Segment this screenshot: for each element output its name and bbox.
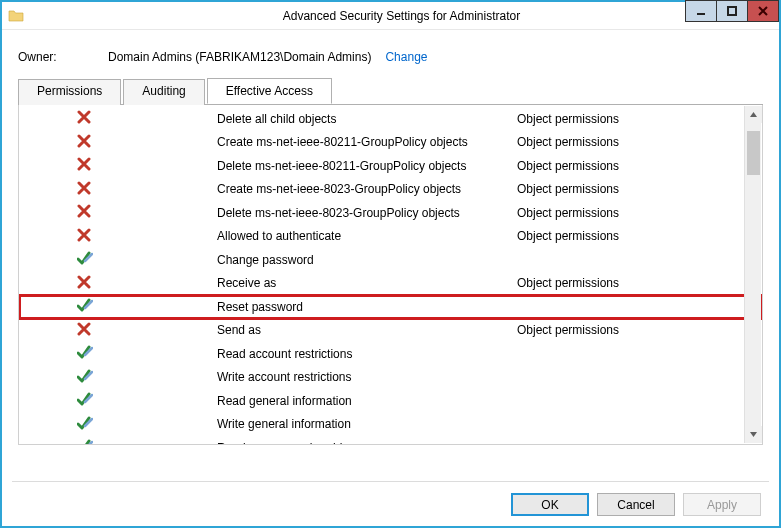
permission-name: Create ms-net-ieee-8023-GroupPolicy obje… [217, 182, 517, 196]
list-row[interactable]: Read general information [19, 389, 762, 413]
apply-button[interactable]: Apply [683, 493, 761, 516]
list-row[interactable]: Create ms-net-ieee-80211-GroupPolicy obj… [19, 131, 762, 155]
deny-icon [77, 110, 91, 127]
deny-icon [77, 181, 91, 198]
deny-icon [77, 228, 91, 245]
minimize-button[interactable] [685, 0, 717, 22]
permission-name: Create ms-net-ieee-80211-GroupPolicy obj… [217, 135, 517, 149]
allow-icon [77, 369, 93, 386]
change-owner-link[interactable]: Change [385, 50, 427, 64]
allow-icon [77, 439, 93, 445]
vertical-scrollbar[interactable] [744, 106, 761, 443]
access-limited-by: Object permissions [517, 182, 717, 196]
content-area: Owner: Domain Admins (FABRIKAM123\Domain… [2, 30, 779, 470]
list-row[interactable]: Delete ms-net-ieee-8023-GroupPolicy obje… [19, 201, 762, 225]
svg-rect-1 [728, 7, 736, 15]
deny-icon [77, 157, 91, 174]
list-row[interactable]: Read account restrictions [19, 342, 762, 366]
permission-name: Delete all child objects [217, 112, 517, 126]
svg-rect-0 [697, 13, 705, 15]
list-row[interactable]: Delete ms-net-ieee-80211-GroupPolicy obj… [19, 154, 762, 178]
scroll-down-button[interactable] [745, 426, 762, 443]
list-row[interactable]: Allowed to authenticateObject permission… [19, 225, 762, 249]
permission-name: Read group membership [217, 441, 517, 445]
window-controls [686, 0, 779, 22]
list-row[interactable]: Read group membership [19, 436, 762, 445]
permission-name: Send as [217, 323, 517, 337]
maximize-button[interactable] [716, 0, 748, 22]
title-bar: Advanced Security Settings for Administr… [2, 2, 779, 30]
permission-name: Write account restrictions [217, 370, 517, 384]
list-row[interactable]: Create ms-net-ieee-8023-GroupPolicy obje… [19, 178, 762, 202]
access-limited-by: Object permissions [517, 229, 717, 243]
scroll-up-button[interactable] [745, 106, 762, 123]
access-limited-by: Object permissions [517, 276, 717, 290]
allow-icon [77, 392, 93, 409]
deny-icon [77, 134, 91, 151]
deny-icon [77, 275, 91, 292]
allow-icon [77, 416, 93, 433]
deny-icon [77, 322, 91, 339]
deny-icon [77, 204, 91, 221]
access-limited-by: Object permissions [517, 112, 717, 126]
permission-name: Change password [217, 253, 517, 267]
tab-strip: Permissions Auditing Effective Access [18, 78, 763, 105]
ok-button[interactable]: OK [511, 493, 589, 516]
allow-icon [77, 251, 93, 268]
effective-access-list-container: Delete all child objectsObject permissio… [18, 105, 763, 445]
access-limited-by: Object permissions [517, 135, 717, 149]
list-row[interactable]: Delete all child objectsObject permissio… [19, 107, 762, 131]
permission-name: Reset password [217, 300, 517, 314]
owner-row: Owner: Domain Admins (FABRIKAM123\Domain… [18, 50, 763, 64]
tab-permissions[interactable]: Permissions [18, 79, 121, 105]
window: Advanced Security Settings for Administr… [0, 0, 781, 528]
owner-label: Owner: [18, 50, 108, 64]
owner-value: Domain Admins (FABRIKAM123\Domain Admins… [108, 50, 371, 64]
access-limited-by: Object permissions [517, 159, 717, 173]
allow-icon [77, 298, 93, 315]
cancel-button[interactable]: Cancel [597, 493, 675, 516]
dialog-buttons: OK Cancel Apply [511, 493, 761, 516]
effective-access-list[interactable]: Delete all child objectsObject permissio… [18, 105, 763, 445]
permission-name: Read account restrictions [217, 347, 517, 361]
separator [12, 481, 769, 482]
folder-icon [8, 8, 24, 24]
permission-name: Delete ms-net-ieee-80211-GroupPolicy obj… [217, 159, 517, 173]
access-limited-by: Object permissions [517, 206, 717, 220]
list-row[interactable]: Send asObject permissions [19, 319, 762, 343]
list-row[interactable]: Write general information [19, 413, 762, 437]
permission-name: Allowed to authenticate [217, 229, 517, 243]
tab-effective-access[interactable]: Effective Access [207, 78, 332, 104]
permission-name: Write general information [217, 417, 517, 431]
access-limited-by: Object permissions [517, 323, 717, 337]
allow-icon [77, 345, 93, 362]
list-row[interactable]: Reset password [19, 295, 762, 319]
permission-name: Receive as [217, 276, 517, 290]
scroll-track[interactable] [745, 123, 762, 426]
window-title: Advanced Security Settings for Administr… [24, 9, 779, 23]
list-row[interactable]: Receive asObject permissions [19, 272, 762, 296]
list-row[interactable]: Write account restrictions [19, 366, 762, 390]
permission-name: Read general information [217, 394, 517, 408]
list-row[interactable]: Change password [19, 248, 762, 272]
tab-auditing[interactable]: Auditing [123, 79, 204, 105]
close-button[interactable] [747, 0, 779, 22]
permission-name: Delete ms-net-ieee-8023-GroupPolicy obje… [217, 206, 517, 220]
scroll-thumb[interactable] [747, 131, 760, 175]
